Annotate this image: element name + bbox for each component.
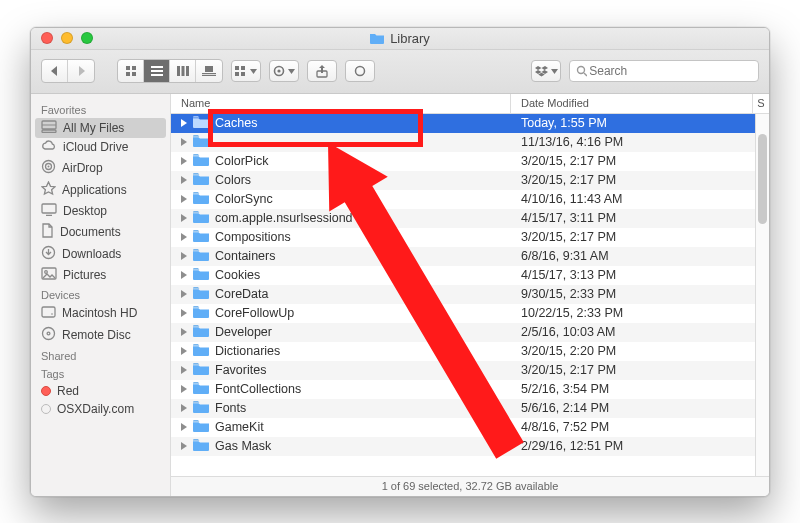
svg-rect-14 bbox=[241, 66, 245, 70]
search-field[interactable] bbox=[569, 60, 759, 82]
list-view-button[interactable] bbox=[144, 60, 170, 82]
disclosure-triangle-icon[interactable] bbox=[181, 423, 187, 431]
disclosure-triangle-icon[interactable] bbox=[181, 138, 187, 146]
column-name[interactable]: Name bbox=[171, 94, 511, 113]
disclosure-triangle-icon[interactable] bbox=[181, 233, 187, 241]
table-row[interactable]: com.apple.nsurlsessiond4/15/17, 3:11 PM bbox=[171, 209, 769, 228]
file-list[interactable]: CachesToday, 1:55 PM11/13/16, 4:16 PMCol… bbox=[171, 114, 769, 476]
file-date: Today, 1:55 PM bbox=[511, 116, 769, 130]
table-row[interactable]: 11/13/16, 4:16 PM bbox=[171, 133, 769, 152]
disclosure-triangle-icon[interactable] bbox=[181, 271, 187, 279]
svg-rect-10 bbox=[205, 66, 213, 72]
table-row[interactable]: Developer2/5/16, 10:03 AM bbox=[171, 323, 769, 342]
finder-window: Library bbox=[30, 27, 770, 497]
table-row[interactable]: FontCollections5/2/16, 3:54 PM bbox=[171, 380, 769, 399]
sidebar-item-label: iCloud Drive bbox=[63, 140, 128, 154]
table-row[interactable]: Cookies4/15/17, 3:13 PM bbox=[171, 266, 769, 285]
sidebar-item[interactable]: All My Files bbox=[35, 118, 166, 138]
zoom-button[interactable] bbox=[81, 32, 93, 44]
dropbox-button[interactable] bbox=[531, 60, 561, 82]
sidebar-item[interactable]: Documents bbox=[31, 221, 170, 243]
file-name: Favorites bbox=[215, 363, 266, 377]
file-date: 4/15/17, 3:13 PM bbox=[511, 268, 769, 282]
sidebar-item[interactable]: Pictures bbox=[31, 265, 170, 285]
sidebar-item[interactable]: Downloads bbox=[31, 243, 170, 265]
disclosure-triangle-icon[interactable] bbox=[181, 119, 187, 127]
disclosure-triangle-icon[interactable] bbox=[181, 195, 187, 203]
disclosure-triangle-icon[interactable] bbox=[181, 176, 187, 184]
svg-rect-1 bbox=[132, 66, 136, 70]
sidebar-item-label: Red bbox=[57, 384, 79, 398]
file-date: 4/8/16, 7:52 PM bbox=[511, 420, 769, 434]
table-row[interactable]: GameKit4/8/16, 7:52 PM bbox=[171, 418, 769, 437]
file-name: CoreData bbox=[215, 287, 269, 301]
vertical-scrollbar[interactable] bbox=[755, 114, 769, 476]
disclosure-triangle-icon[interactable] bbox=[181, 328, 187, 336]
table-row[interactable]: Fonts5/6/16, 2:14 PM bbox=[171, 399, 769, 418]
table-row[interactable]: CoreData9/30/15, 2:33 PM bbox=[171, 285, 769, 304]
disclosure-triangle-icon[interactable] bbox=[181, 214, 187, 222]
sidebar-item[interactable]: Remote Disc bbox=[31, 324, 170, 346]
disclosure-triangle-icon[interactable] bbox=[181, 290, 187, 298]
disclosure-triangle-icon[interactable] bbox=[181, 442, 187, 450]
table-row[interactable]: ColorPick3/20/15, 2:17 PM bbox=[171, 152, 769, 171]
table-row[interactable]: Containers6/8/16, 9:31 AM bbox=[171, 247, 769, 266]
table-row[interactable]: Dictionaries3/20/15, 2:20 PM bbox=[171, 342, 769, 361]
finder-body: FavoritesAll My FilesiCloud DriveAirDrop… bbox=[31, 94, 769, 496]
file-name: Developer bbox=[215, 325, 272, 339]
sidebar-item[interactable]: iCloud Drive bbox=[31, 138, 170, 157]
close-button[interactable] bbox=[41, 32, 53, 44]
disclosure-triangle-icon[interactable] bbox=[181, 347, 187, 355]
folder-icon bbox=[193, 306, 209, 321]
svg-rect-6 bbox=[151, 74, 163, 76]
minimize-button[interactable] bbox=[61, 32, 73, 44]
column-extra[interactable]: S bbox=[753, 94, 769, 113]
sidebar-item-label: AirDrop bbox=[62, 161, 103, 175]
disclosure-triangle-icon[interactable] bbox=[181, 385, 187, 393]
file-date: 5/2/16, 3:54 PM bbox=[511, 382, 769, 396]
back-button[interactable] bbox=[42, 60, 68, 82]
disclosure-triangle-icon[interactable] bbox=[181, 252, 187, 260]
folder-icon bbox=[193, 154, 209, 169]
icon-view-button[interactable] bbox=[118, 60, 144, 82]
file-date: 2/5/16, 10:03 AM bbox=[511, 325, 769, 339]
tags-button[interactable] bbox=[345, 60, 375, 82]
file-name: Containers bbox=[215, 249, 275, 263]
sidebar-item-label: Macintosh HD bbox=[62, 306, 137, 320]
svg-rect-13 bbox=[235, 66, 239, 70]
sidebar-item[interactable]: AirDrop bbox=[31, 157, 170, 179]
sidebar-item[interactable]: OSXDaily.com bbox=[31, 400, 170, 418]
table-row[interactable]: CachesToday, 1:55 PM bbox=[171, 114, 769, 133]
sidebar-item[interactable]: Applications bbox=[31, 179, 170, 201]
file-name: GameKit bbox=[215, 420, 264, 434]
coverflow-view-button[interactable] bbox=[196, 60, 222, 82]
forward-button[interactable] bbox=[68, 60, 94, 82]
table-row[interactable]: Favorites3/20/15, 2:17 PM bbox=[171, 361, 769, 380]
table-row[interactable]: CoreFollowUp10/22/15, 2:33 PM bbox=[171, 304, 769, 323]
table-row[interactable]: Gas Mask2/29/16, 12:51 PM bbox=[171, 437, 769, 456]
sidebar-item-label: Applications bbox=[62, 183, 127, 197]
column-view-button[interactable] bbox=[170, 60, 196, 82]
disclosure-triangle-icon[interactable] bbox=[181, 366, 187, 374]
folder-icon bbox=[193, 325, 209, 340]
arrange-button[interactable] bbox=[231, 60, 261, 82]
disclosure-triangle-icon[interactable] bbox=[181, 309, 187, 317]
sidebar-item[interactable]: Macintosh HD bbox=[31, 303, 170, 324]
disclosure-triangle-icon[interactable] bbox=[181, 404, 187, 412]
scrollbar-thumb[interactable] bbox=[758, 134, 767, 224]
action-button[interactable] bbox=[269, 60, 299, 82]
table-row[interactable]: ColorSync4/10/16, 11:43 AM bbox=[171, 190, 769, 209]
sidebar-item[interactable]: Red bbox=[31, 382, 170, 400]
share-button[interactable] bbox=[307, 60, 337, 82]
chevron-down-icon bbox=[250, 69, 257, 74]
table-row[interactable]: Compositions3/20/15, 2:17 PM bbox=[171, 228, 769, 247]
file-date: 3/20/15, 2:17 PM bbox=[511, 173, 769, 187]
sidebar-item[interactable]: Desktop bbox=[31, 201, 170, 221]
titlebar: Library bbox=[31, 28, 769, 50]
column-date[interactable]: Date Modified bbox=[511, 94, 753, 113]
file-name: Gas Mask bbox=[215, 439, 271, 453]
search-input[interactable] bbox=[587, 63, 752, 79]
table-row[interactable]: Colors3/20/15, 2:17 PM bbox=[171, 171, 769, 190]
svg-point-18 bbox=[277, 69, 280, 72]
disclosure-triangle-icon[interactable] bbox=[181, 157, 187, 165]
